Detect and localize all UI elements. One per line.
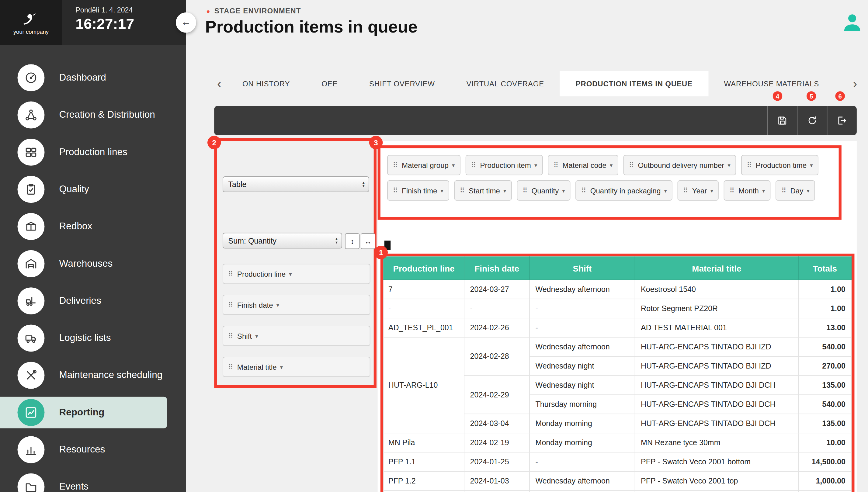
sidebar-item-maintenance-scheduling[interactable]: Maintenance scheduling bbox=[0, 357, 186, 394]
aggregator-select[interactable]: Sum: Quantity ▲▼ bbox=[223, 232, 342, 248]
sidebar-item-label: Warehouses bbox=[59, 258, 113, 269]
table-row: HUT-ARG-L10 2024-02-28 Wednesday afterno… bbox=[383, 337, 851, 356]
cell-production-line: 7 bbox=[383, 280, 464, 299]
row-field-finish-date[interactable]: ⠿ Finish date ▾ bbox=[223, 295, 370, 315]
row-field-material-title[interactable]: ⠿ Material title ▾ bbox=[223, 357, 370, 377]
cell-finish-date: 2024-03-27 bbox=[464, 280, 529, 299]
cell-shift: - bbox=[529, 452, 635, 471]
annotation-circle-3: 3 bbox=[369, 136, 382, 149]
sort-vertical-button[interactable]: ↕ bbox=[345, 233, 359, 249]
field-day[interactable]: ⠿Day▾ bbox=[776, 180, 815, 201]
drag-grip-icon: ⠿ bbox=[629, 161, 634, 169]
tab-production-items-in-queue[interactable]: PRODUCTION ITEMS IN QUEUE bbox=[560, 71, 708, 96]
drag-grip-icon: ⠿ bbox=[522, 187, 527, 194]
cell-total: 270.00 bbox=[798, 356, 851, 375]
field-material-group[interactable]: ⠿Material group▾ bbox=[387, 155, 461, 175]
field-label: Material title bbox=[237, 363, 277, 371]
field-year[interactable]: ⠿Year▾ bbox=[678, 180, 719, 201]
tabs-scroll-left-icon[interactable]: ‹ bbox=[212, 71, 227, 96]
cell-finish-date: 2024-03-04 bbox=[464, 414, 529, 433]
field-finish-time[interactable]: ⠿Finish time▾ bbox=[387, 180, 449, 201]
field-quantity-in-packaging[interactable]: ⠿Quantity in packaging▾ bbox=[576, 180, 672, 201]
caret-down-icon: ▾ bbox=[664, 187, 667, 193]
field-quantity[interactable]: ⠿Quantity▾ bbox=[517, 180, 571, 201]
caret-down-icon: ▾ bbox=[762, 187, 765, 193]
user-avatar-icon[interactable] bbox=[841, 11, 863, 34]
select-spinner-icon: ▲▼ bbox=[362, 181, 365, 188]
truck-icon bbox=[17, 324, 44, 351]
report-tabs: ‹ ON HISTORY OEE SHIFT OVERVIEW VIRTUAL … bbox=[212, 71, 835, 96]
row-field-production-line[interactable]: ⠿ Production line ▾ bbox=[223, 264, 370, 284]
caret-down-icon: ▾ bbox=[503, 187, 506, 193]
cell-shift: - bbox=[529, 318, 635, 337]
warehouse-icon bbox=[17, 250, 44, 277]
field-material-code[interactable]: ⠿Material code▾ bbox=[548, 155, 618, 175]
sidebar-item-redbox[interactable]: Redbox bbox=[0, 208, 186, 245]
field-label: Production line bbox=[237, 270, 286, 278]
caret-down-icon: ▾ bbox=[441, 187, 443, 193]
back-button[interactable]: ← bbox=[176, 13, 196, 33]
table-row: Monday morning TEST TY 10.00 bbox=[383, 491, 851, 492]
row-field-shift[interactable]: ⠿ Shift ▾ bbox=[223, 326, 370, 346]
page-title: Production items in queue bbox=[205, 17, 418, 36]
cell-finish-date bbox=[464, 491, 529, 492]
cell-total: 13.00 bbox=[798, 318, 851, 337]
cell-shift: Monday morning bbox=[529, 414, 635, 433]
sidebar: your company Pondělí 1. 4. 2024 16:27:17… bbox=[0, 0, 186, 492]
sidebar-item-dashboard[interactable]: Dashboard bbox=[0, 59, 186, 96]
caret-down-icon: ▾ bbox=[535, 162, 537, 168]
refresh-button[interactable] bbox=[797, 106, 827, 135]
renderer-select[interactable]: Table ▲▼ bbox=[223, 176, 369, 192]
export-button[interactable] bbox=[827, 106, 857, 135]
cell-material-title: HUT-ARG-ENCAPS TINTADO BJI DCH bbox=[635, 414, 798, 433]
field-label: Material code bbox=[562, 161, 606, 169]
tab-oee[interactable]: OEE bbox=[306, 71, 353, 96]
cell-finish-date: 2024-02-26 bbox=[464, 318, 529, 337]
column-header-production-line: Production line bbox=[383, 256, 464, 280]
sidebar-item-production-lines[interactable]: Production lines bbox=[0, 133, 186, 171]
cell-total: 1.00 bbox=[798, 280, 851, 299]
sidebar-item-label: Maintenance scheduling bbox=[59, 370, 163, 381]
tab-virtual-coverage[interactable]: VIRTUAL COVERAGE bbox=[451, 71, 560, 96]
sidebar-item-creation-distribution[interactable]: Creation & Distribution bbox=[0, 96, 186, 133]
tab-warehouse-materials[interactable]: WAREHOUSE MATERIALS bbox=[708, 71, 835, 96]
sidebar-item-label: Dashboard bbox=[59, 72, 106, 83]
tab-production-history[interactable]: ON HISTORY bbox=[227, 71, 306, 96]
drag-grip-icon: ⠿ bbox=[729, 187, 735, 194]
annotation-circle-1: 1 bbox=[374, 246, 388, 259]
field-production-item[interactable]: ⠿Production item▾ bbox=[466, 155, 543, 175]
annotation-box-3: ⠿Material group▾ ⠿Production item▾ ⠿Mate… bbox=[378, 145, 842, 220]
sort-horizontal-button[interactable]: ↔ bbox=[361, 233, 375, 249]
sidebar-item-deliveries[interactable]: Deliveries bbox=[0, 282, 186, 319]
select-spinner-icon: ▲▼ bbox=[335, 237, 338, 244]
drag-grip-icon: ⠿ bbox=[581, 187, 586, 194]
cell-total: 135.00 bbox=[798, 414, 851, 433]
annotation-badge-6: 6 bbox=[835, 91, 845, 101]
drag-grip-icon: ⠿ bbox=[228, 332, 233, 340]
field-month[interactable]: ⠿Month▾ bbox=[724, 180, 771, 201]
sidebar-item-reporting[interactable]: Reporting bbox=[0, 394, 186, 431]
sidebar-item-quality[interactable]: Quality bbox=[0, 171, 186, 208]
field-production-time[interactable]: ⠿Production time▾ bbox=[741, 155, 818, 175]
cell-finish-date: - bbox=[464, 299, 529, 318]
aggregator-select-value: Sum: Quantity bbox=[228, 236, 331, 245]
sidebar-item-logistic-lists[interactable]: Logistic lists bbox=[0, 320, 186, 357]
sidebar-item-warehouses[interactable]: Warehouses bbox=[0, 245, 186, 282]
tab-shift-overview[interactable]: SHIFT OVERVIEW bbox=[353, 71, 450, 96]
drag-grip-icon: ⠿ bbox=[747, 161, 751, 169]
folder-icon bbox=[17, 473, 44, 492]
cell-shift: Wednesday afternoon bbox=[529, 280, 635, 299]
field-label: Shift bbox=[237, 332, 252, 340]
save-icon bbox=[777, 115, 788, 126]
environment-text: STAGE ENVIRONMENT bbox=[215, 7, 301, 15]
field-label: Production item bbox=[480, 161, 531, 169]
save-button[interactable] bbox=[767, 106, 797, 135]
sidebar-item-events[interactable]: Events bbox=[0, 468, 186, 492]
tabs-scroll-right-icon[interactable]: › bbox=[848, 71, 862, 96]
cell-finish-date: 2024-01-25 bbox=[464, 452, 529, 471]
field-start-time[interactable]: ⠿Start time▾ bbox=[454, 180, 512, 201]
field-outbound-delivery-number[interactable]: ⠿Outbound delivery number▾ bbox=[623, 155, 736, 175]
sidebar-item-resources[interactable]: Resources bbox=[0, 431, 186, 468]
table-row: PFP 1.2 2024-01-03 Wednesday afternoon P… bbox=[383, 471, 851, 491]
cell-total: 1.00 bbox=[798, 299, 851, 318]
